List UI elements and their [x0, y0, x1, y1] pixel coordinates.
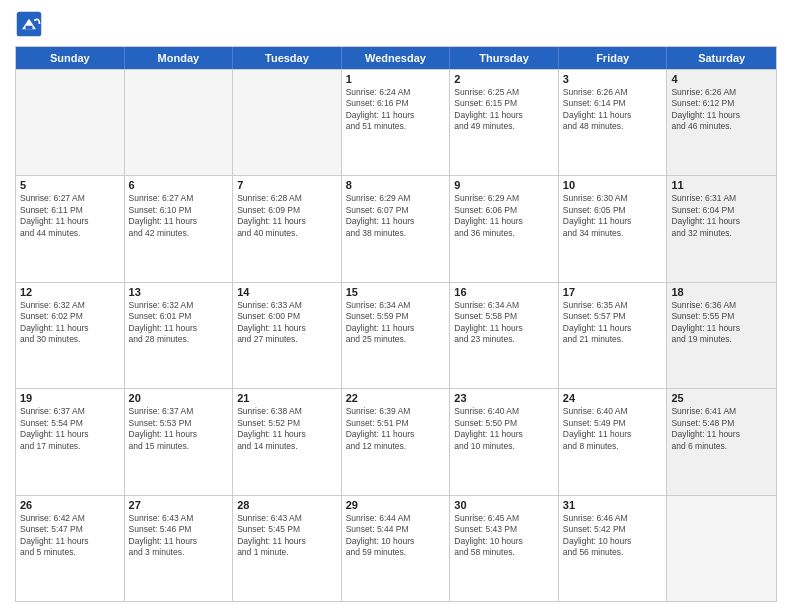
day-info: Sunrise: 6:26 AMSunset: 6:14 PMDaylight:… [563, 87, 663, 133]
day-info: Sunrise: 6:26 AMSunset: 6:12 PMDaylight:… [671, 87, 772, 133]
day-info: Sunrise: 6:32 AMSunset: 6:02 PMDaylight:… [20, 300, 120, 346]
day-number: 25 [671, 392, 772, 404]
calendar-cell: 16Sunrise: 6:34 AMSunset: 5:58 PMDayligh… [450, 283, 559, 388]
day-info: Sunrise: 6:41 AMSunset: 5:48 PMDaylight:… [671, 406, 772, 452]
calendar-cell: 3Sunrise: 6:26 AMSunset: 6:14 PMDaylight… [559, 70, 668, 175]
day-number: 21 [237, 392, 337, 404]
calendar-cell: 21Sunrise: 6:38 AMSunset: 5:52 PMDayligh… [233, 389, 342, 494]
day-info: Sunrise: 6:34 AMSunset: 5:59 PMDaylight:… [346, 300, 446, 346]
day-info: Sunrise: 6:36 AMSunset: 5:55 PMDaylight:… [671, 300, 772, 346]
day-number: 24 [563, 392, 663, 404]
day-number: 17 [563, 286, 663, 298]
calendar-cell: 11Sunrise: 6:31 AMSunset: 6:04 PMDayligh… [667, 176, 776, 281]
day-number: 16 [454, 286, 554, 298]
calendar-cell: 29Sunrise: 6:44 AMSunset: 5:44 PMDayligh… [342, 496, 451, 601]
weekday-header: Sunday [16, 47, 125, 69]
day-info: Sunrise: 6:46 AMSunset: 5:42 PMDaylight:… [563, 513, 663, 559]
calendar-cell [233, 70, 342, 175]
weekday-header: Wednesday [342, 47, 451, 69]
day-info: Sunrise: 6:45 AMSunset: 5:43 PMDaylight:… [454, 513, 554, 559]
calendar-cell: 17Sunrise: 6:35 AMSunset: 5:57 PMDayligh… [559, 283, 668, 388]
weekday-header: Saturday [667, 47, 776, 69]
day-info: Sunrise: 6:24 AMSunset: 6:16 PMDaylight:… [346, 87, 446, 133]
day-info: Sunrise: 6:35 AMSunset: 5:57 PMDaylight:… [563, 300, 663, 346]
day-info: Sunrise: 6:28 AMSunset: 6:09 PMDaylight:… [237, 193, 337, 239]
calendar-header: SundayMondayTuesdayWednesdayThursdayFrid… [16, 47, 776, 69]
day-info: Sunrise: 6:42 AMSunset: 5:47 PMDaylight:… [20, 513, 120, 559]
day-number: 6 [129, 179, 229, 191]
day-number: 12 [20, 286, 120, 298]
calendar-cell: 1Sunrise: 6:24 AMSunset: 6:16 PMDaylight… [342, 70, 451, 175]
calendar-cell: 27Sunrise: 6:43 AMSunset: 5:46 PMDayligh… [125, 496, 234, 601]
calendar-cell: 18Sunrise: 6:36 AMSunset: 5:55 PMDayligh… [667, 283, 776, 388]
day-number: 31 [563, 499, 663, 511]
day-number: 11 [671, 179, 772, 191]
day-number: 23 [454, 392, 554, 404]
weekday-header: Thursday [450, 47, 559, 69]
day-info: Sunrise: 6:43 AMSunset: 5:46 PMDaylight:… [129, 513, 229, 559]
day-info: Sunrise: 6:39 AMSunset: 5:51 PMDaylight:… [346, 406, 446, 452]
weekday-header: Tuesday [233, 47, 342, 69]
page: SundayMondayTuesdayWednesdayThursdayFrid… [0, 0, 792, 612]
calendar-cell: 5Sunrise: 6:27 AMSunset: 6:11 PMDaylight… [16, 176, 125, 281]
calendar-body: 1Sunrise: 6:24 AMSunset: 6:16 PMDaylight… [16, 69, 776, 601]
calendar-cell: 25Sunrise: 6:41 AMSunset: 5:48 PMDayligh… [667, 389, 776, 494]
calendar-cell: 20Sunrise: 6:37 AMSunset: 5:53 PMDayligh… [125, 389, 234, 494]
calendar-cell: 13Sunrise: 6:32 AMSunset: 6:01 PMDayligh… [125, 283, 234, 388]
day-number: 2 [454, 73, 554, 85]
weekday-header: Monday [125, 47, 234, 69]
day-number: 10 [563, 179, 663, 191]
calendar-cell: 8Sunrise: 6:29 AMSunset: 6:07 PMDaylight… [342, 176, 451, 281]
calendar-row: 26Sunrise: 6:42 AMSunset: 5:47 PMDayligh… [16, 495, 776, 601]
calendar-cell [667, 496, 776, 601]
calendar-cell: 6Sunrise: 6:27 AMSunset: 6:10 PMDaylight… [125, 176, 234, 281]
day-number: 8 [346, 179, 446, 191]
day-info: Sunrise: 6:29 AMSunset: 6:07 PMDaylight:… [346, 193, 446, 239]
logo-icon [15, 10, 43, 38]
header [15, 10, 777, 38]
calendar: SundayMondayTuesdayWednesdayThursdayFrid… [15, 46, 777, 602]
calendar-cell: 15Sunrise: 6:34 AMSunset: 5:59 PMDayligh… [342, 283, 451, 388]
day-number: 3 [563, 73, 663, 85]
calendar-row: 1Sunrise: 6:24 AMSunset: 6:16 PMDaylight… [16, 69, 776, 175]
calendar-cell: 7Sunrise: 6:28 AMSunset: 6:09 PMDaylight… [233, 176, 342, 281]
day-number: 15 [346, 286, 446, 298]
calendar-cell: 19Sunrise: 6:37 AMSunset: 5:54 PMDayligh… [16, 389, 125, 494]
day-number: 13 [129, 286, 229, 298]
calendar-cell: 28Sunrise: 6:43 AMSunset: 5:45 PMDayligh… [233, 496, 342, 601]
day-number: 29 [346, 499, 446, 511]
day-number: 18 [671, 286, 772, 298]
day-number: 7 [237, 179, 337, 191]
day-info: Sunrise: 6:37 AMSunset: 5:53 PMDaylight:… [129, 406, 229, 452]
day-number: 20 [129, 392, 229, 404]
calendar-row: 19Sunrise: 6:37 AMSunset: 5:54 PMDayligh… [16, 388, 776, 494]
day-info: Sunrise: 6:32 AMSunset: 6:01 PMDaylight:… [129, 300, 229, 346]
svg-rect-2 [26, 26, 33, 30]
day-number: 1 [346, 73, 446, 85]
calendar-cell: 31Sunrise: 6:46 AMSunset: 5:42 PMDayligh… [559, 496, 668, 601]
calendar-cell [16, 70, 125, 175]
calendar-cell: 4Sunrise: 6:26 AMSunset: 6:12 PMDaylight… [667, 70, 776, 175]
day-info: Sunrise: 6:37 AMSunset: 5:54 PMDaylight:… [20, 406, 120, 452]
calendar-cell: 2Sunrise: 6:25 AMSunset: 6:15 PMDaylight… [450, 70, 559, 175]
calendar-cell: 23Sunrise: 6:40 AMSunset: 5:50 PMDayligh… [450, 389, 559, 494]
calendar-cell: 22Sunrise: 6:39 AMSunset: 5:51 PMDayligh… [342, 389, 451, 494]
day-number: 22 [346, 392, 446, 404]
day-info: Sunrise: 6:29 AMSunset: 6:06 PMDaylight:… [454, 193, 554, 239]
calendar-row: 12Sunrise: 6:32 AMSunset: 6:02 PMDayligh… [16, 282, 776, 388]
calendar-cell [125, 70, 234, 175]
day-info: Sunrise: 6:38 AMSunset: 5:52 PMDaylight:… [237, 406, 337, 452]
logo [15, 10, 47, 38]
day-number: 5 [20, 179, 120, 191]
day-number: 19 [20, 392, 120, 404]
day-number: 28 [237, 499, 337, 511]
day-info: Sunrise: 6:40 AMSunset: 5:50 PMDaylight:… [454, 406, 554, 452]
day-info: Sunrise: 6:40 AMSunset: 5:49 PMDaylight:… [563, 406, 663, 452]
day-number: 26 [20, 499, 120, 511]
day-number: 27 [129, 499, 229, 511]
day-info: Sunrise: 6:44 AMSunset: 5:44 PMDaylight:… [346, 513, 446, 559]
day-info: Sunrise: 6:25 AMSunset: 6:15 PMDaylight:… [454, 87, 554, 133]
day-info: Sunrise: 6:43 AMSunset: 5:45 PMDaylight:… [237, 513, 337, 559]
calendar-cell: 9Sunrise: 6:29 AMSunset: 6:06 PMDaylight… [450, 176, 559, 281]
day-number: 9 [454, 179, 554, 191]
